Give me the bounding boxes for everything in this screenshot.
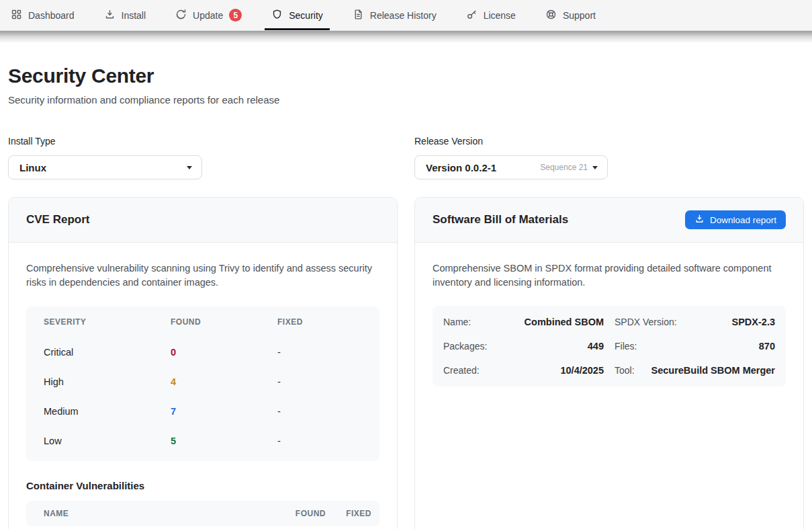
severity-table: SEVERITY FOUND FIXED Critical 0 - High 4…: [26, 307, 379, 461]
chevron-down-icon: [592, 166, 598, 169]
container-vulnerabilities-title: Container Vulnerabilities: [26, 480, 379, 491]
cve-card-title: CVE Report: [26, 213, 89, 227]
install-type-filter: Install Type Linux: [8, 136, 398, 179]
document-icon: [353, 9, 364, 22]
install-type-value: Linux: [19, 162, 46, 173]
fixed-value: -: [277, 406, 379, 417]
nav-item-label: Support: [563, 10, 596, 21]
sequence-label: Sequence 21: [540, 163, 588, 172]
nav-item-label: Security: [289, 10, 323, 21]
header-shadow: [0, 31, 812, 43]
col-found: FOUND: [279, 509, 326, 518]
col-name: NAME: [44, 509, 279, 518]
cve-card-header: CVE Report: [9, 198, 397, 243]
sbom-field-spdx-version: SPDX Version: SPDX-2.3: [615, 310, 775, 334]
sbom-info-grid: Name: Combined SBOM SPDX Version: SPDX-2…: [433, 306, 786, 386]
release-version-label: Release Version: [414, 136, 804, 147]
update-count-badge: 5: [229, 9, 242, 22]
nav-item-support[interactable]: Support: [539, 0, 602, 30]
found-value: 7: [171, 406, 277, 417]
top-nav: Dashboard Install Update 5 Security Rele…: [0, 0, 812, 31]
nav-item-license[interactable]: License: [459, 0, 523, 30]
nav-item-label: Install: [122, 10, 146, 21]
shield-icon: [271, 9, 283, 22]
sbom-field-name: Name: Combined SBOM: [443, 310, 604, 334]
nav-item-update[interactable]: Update 5: [169, 0, 249, 30]
cve-report-card: CVE Report Comprehensive vulnerability s…: [8, 197, 398, 529]
severity-label: Critical: [44, 347, 171, 358]
page-subtitle: Security information and compliance repo…: [8, 94, 804, 106]
table-row-critical: Critical 0 -: [26, 337, 379, 367]
nav-item-label: Dashboard: [28, 10, 75, 21]
download-report-button[interactable]: Download report: [685, 210, 786, 229]
sbom-card-title: Software Bill of Materials: [433, 213, 568, 227]
refresh-icon: [175, 9, 187, 22]
found-value: 0: [171, 347, 277, 358]
found-value: 5: [171, 436, 277, 446]
nav-item-release-history[interactable]: Release History: [346, 0, 443, 30]
col-found: FOUND: [171, 317, 277, 327]
page-title: Security Center: [8, 65, 804, 87]
table-row-high: High 4 -: [26, 367, 379, 397]
sbom-card-header: Software Bill of Materials Download repo…: [415, 198, 803, 243]
install-type-select[interactable]: Linux: [8, 155, 202, 179]
col-severity: SEVERITY: [44, 317, 171, 327]
sbom-field-tool: Tool: SecureBuild SBOM Merger: [615, 358, 775, 382]
download-icon: [104, 9, 116, 22]
nav-item-security[interactable]: Security: [265, 0, 330, 30]
table-row-medium: Medium 7 -: [26, 397, 379, 426]
fixed-value: -: [277, 347, 379, 358]
dashboard-grid-icon: [11, 9, 22, 22]
release-version-filter: Release Version Version 0.0.2-1 Sequence…: [414, 136, 804, 179]
nav-item-label: Update: [193, 10, 223, 21]
severity-table-header: SEVERITY FOUND FIXED: [26, 307, 379, 337]
release-version-select[interactable]: Version 0.0.2-1 Sequence 21: [414, 155, 608, 179]
severity-label: High: [44, 376, 171, 387]
fixed-value: -: [277, 436, 379, 446]
lifebuoy-icon: [545, 9, 557, 22]
col-fixed: FIXED: [277, 317, 379, 327]
sbom-field-files: Files: 870: [615, 334, 775, 358]
nav-item-label: Release History: [370, 10, 437, 21]
sbom-field-packages: Packages: 449: [443, 334, 604, 358]
fixed-value: -: [277, 376, 379, 387]
table-row-low: Low 5 -: [26, 426, 379, 456]
install-type-label: Install Type: [8, 136, 398, 147]
severity-label: Low: [44, 436, 171, 446]
sbom-card: Software Bill of Materials Download repo…: [414, 197, 804, 529]
release-version-value: Version 0.0.2-1: [426, 162, 496, 173]
container-table-header: NAME FOUND FIXED: [26, 501, 379, 526]
sbom-description: Comprehensive SBOM in SPDX format provid…: [433, 261, 786, 290]
sbom-field-created: Created: 10/4/2025: [443, 358, 604, 382]
nav-item-install[interactable]: Install: [97, 0, 153, 30]
download-icon: [694, 214, 705, 226]
key-icon: [466, 9, 478, 22]
cve-description: Comprehensive vulnerability scanning usi…: [26, 261, 379, 290]
found-value: 4: [171, 376, 277, 387]
filters-row: Install Type Linux Release Version Versi…: [8, 136, 804, 179]
chevron-down-icon: [187, 166, 192, 169]
severity-label: Medium: [44, 406, 171, 417]
col-fixed: FIXED: [326, 509, 371, 518]
nav-item-label: License: [484, 10, 516, 21]
download-report-label: Download report: [710, 215, 776, 225]
nav-item-dashboard[interactable]: Dashboard: [4, 0, 81, 30]
